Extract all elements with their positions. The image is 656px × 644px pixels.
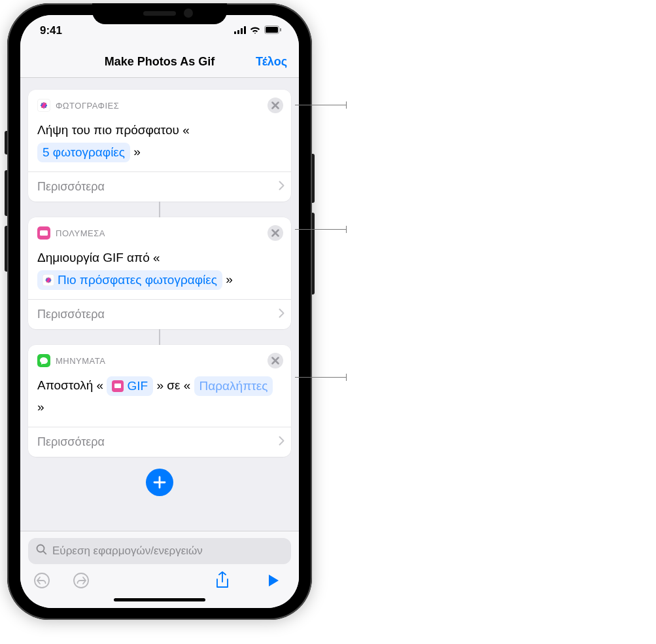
status-time: 9:41 (40, 24, 62, 37)
callout-line (295, 377, 346, 378)
action-card-media[interactable]: ΠΟΛΥΜΕΣΑ Δημιουργία GIF από « Πιο πρόσφα… (28, 217, 291, 329)
svg-rect-15 (40, 230, 48, 236)
media-app-icon (37, 226, 50, 240)
svg-rect-3 (244, 26, 246, 34)
connector-line (159, 202, 160, 217)
nav-bar: Make Photos As Gif Τέλος (20, 46, 299, 78)
text: » σε « (156, 378, 190, 392)
svg-rect-5 (266, 27, 278, 33)
volume-up (5, 170, 7, 216)
search-input[interactable]: Εύρεση εφαρμογών/ενεργειών (28, 538, 291, 564)
svg-rect-6 (280, 28, 281, 31)
show-more-row[interactable]: Περισσότερα (28, 171, 291, 202)
token-label: GIF (127, 375, 148, 397)
text: Λήψη του πιο πρόσφατου « (37, 123, 190, 137)
redo-icon (73, 572, 90, 589)
play-button[interactable] (264, 571, 283, 590)
card-source-label: ΦΩΤΟΓΡΑΦΙΕΣ (56, 101, 262, 111)
toolbar (28, 571, 291, 592)
notch (92, 3, 227, 24)
svg-rect-2 (241, 28, 243, 34)
battery-icon (264, 24, 282, 37)
action-description: Αποστολή « GIF » σε « Παραλήπτες » (28, 372, 291, 427)
undo-button[interactable] (32, 571, 52, 590)
svg-rect-1 (237, 30, 239, 34)
connector-line (159, 329, 160, 345)
plus-icon (152, 475, 167, 490)
show-more-row[interactable]: Περισσότερα (28, 427, 291, 457)
screen: 9:41 Make Photos As Gif Τέλος (20, 15, 299, 608)
share-button[interactable] (213, 571, 232, 590)
svg-rect-0 (234, 31, 236, 34)
more-label: Περισσότερα (37, 435, 105, 449)
input-variable-token[interactable]: Πιο πρόσφατες φωτογραφίες (37, 270, 222, 290)
undo-icon (33, 572, 50, 589)
bottom-area: Εύρεση εφαρμογών/ενεργειών (20, 531, 299, 608)
delete-action-button[interactable] (268, 353, 283, 368)
recipients-token[interactable]: Παραλήπτες (194, 376, 273, 396)
share-icon (215, 571, 230, 590)
content-area: ΦΩΤΟΓΡΑΦΙΕΣ Λήψη του πιο πρόσφατου « 5 φ… (20, 78, 299, 531)
done-button[interactable]: Τέλος (256, 55, 287, 69)
mute-switch (5, 131, 7, 154)
svg-rect-24 (114, 384, 121, 388)
action-card-messages[interactable]: ΜΗΝΥΜΑΤΑ Αποστολή « GIF » σε « Παραλήπτε… (28, 345, 291, 457)
redo-button[interactable] (71, 571, 91, 590)
show-more-row[interactable]: Περισσότερα (28, 299, 291, 329)
action-description: Δημιουργία GIF από « Πιο πρόσφατες φωτογ… (28, 245, 291, 299)
text: » (226, 272, 233, 286)
wifi-icon (249, 24, 261, 37)
delete-action-button[interactable] (268, 225, 283, 241)
play-icon (268, 574, 279, 587)
card-source-label: ΜΗΝΥΜΑΤΑ (56, 356, 262, 366)
action-description: Λήψη του πιο πρόσφατου « 5 φωτογραφίες » (28, 117, 291, 171)
media-mini-icon (112, 380, 124, 392)
chevron-right-icon (279, 180, 285, 194)
home-indicator (114, 598, 205, 601)
side-button (312, 213, 315, 295)
count-token[interactable]: 5 φωτογραφίες (37, 143, 130, 162)
text: » (133, 145, 141, 158)
text: » (37, 400, 44, 414)
callout-line (295, 229, 346, 230)
callout-line (295, 105, 346, 105)
volume-down (5, 226, 7, 272)
search-icon (36, 544, 47, 558)
side-button (312, 154, 315, 203)
action-card-photos[interactable]: ΦΩΤΟΓΡΑΦΙΕΣ Λήψη του πιο πρόσφατου « 5 φ… (28, 90, 291, 202)
photos-app-icon (37, 99, 50, 112)
token-label: Πιο πρόσφατες φωτογραφίες (58, 269, 217, 291)
photos-mini-icon (43, 274, 54, 286)
search-placeholder: Εύρεση εφαρμογών/ενεργειών (52, 545, 203, 558)
text: Δημιουργία GIF από « (37, 251, 160, 264)
phone-frame: 9:41 Make Photos As Gif Τέλος (7, 3, 312, 620)
more-label: Περισσότερα (37, 180, 105, 194)
text: Αποστολή « (37, 378, 103, 392)
cellular-icon (234, 24, 246, 37)
page-title: Make Photos As Gif (105, 55, 215, 69)
chevron-right-icon (279, 308, 285, 321)
delete-action-button[interactable] (268, 98, 283, 113)
add-action-button[interactable] (146, 469, 173, 496)
close-icon (271, 357, 279, 365)
gif-variable-token[interactable]: GIF (107, 376, 153, 396)
chevron-right-icon (279, 435, 285, 449)
card-source-label: ΠΟΛΥΜΕΣΑ (56, 228, 262, 238)
close-icon (271, 229, 279, 237)
close-icon (271, 101, 279, 109)
more-label: Περισσότερα (37, 308, 105, 321)
messages-app-icon (37, 354, 50, 367)
